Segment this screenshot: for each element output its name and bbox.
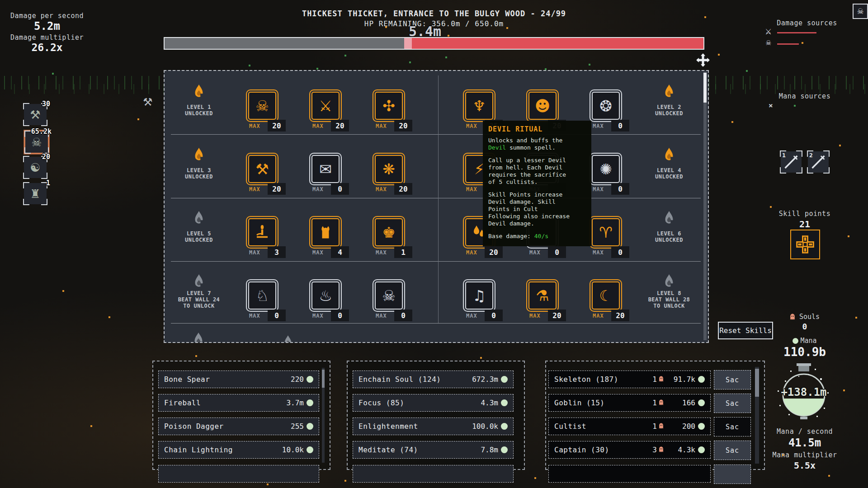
reset-skills-button[interactable]: Reset Skills bbox=[718, 322, 773, 339]
skill-max-label: MAX bbox=[376, 313, 387, 319]
level-flame-icon bbox=[663, 84, 675, 101]
skill-cultist-hood[interactable]: ☻ bbox=[528, 92, 557, 120]
skill-max-label: MAX bbox=[593, 249, 604, 256]
sidebar-slot-golem-ability[interactable]: ♜ 1 bbox=[24, 183, 47, 204]
tooltip-description: Call up a lesser Devil from hell. Each D… bbox=[488, 157, 586, 186]
bestiary-skull-button[interactable]: ☠ bbox=[853, 4, 868, 19]
level-label: LEVEL 6UNLOCKED bbox=[635, 230, 703, 243]
buff-cost: 672.3m bbox=[472, 375, 498, 384]
buff-row[interactable]: Enlightenment 100.0k bbox=[353, 418, 514, 435]
skill-max-label: MAX bbox=[312, 186, 324, 192]
skill-points-invested: 0 bbox=[485, 310, 503, 321]
axe-sprite: ⚒ bbox=[143, 96, 153, 108]
skill-contract-scroll[interactable]: ✉ bbox=[311, 155, 340, 183]
soul-ghost-icon bbox=[659, 399, 664, 407]
summon-scrollbar-thumb[interactable] bbox=[755, 369, 759, 397]
skill-potion[interactable]: ⚗ bbox=[528, 282, 557, 310]
slot-number: 2 bbox=[809, 152, 813, 159]
soul-ghost-icon bbox=[659, 422, 664, 431]
melee-source-icon: ⚔ bbox=[765, 27, 772, 36]
sidebar-slot-fist-ability[interactable]: ⚒ 30 bbox=[24, 104, 47, 125]
summon-name: Captain (30) bbox=[554, 446, 652, 454]
sidebar-slot-poison-ability[interactable]: ☠ 65.2k bbox=[24, 130, 49, 154]
skill-battle-hymn[interactable]: ♫ bbox=[465, 282, 493, 310]
toxic-skull-icon: ☠ bbox=[382, 288, 396, 303]
level-label: LEVEL 1UNLOCKED bbox=[165, 104, 233, 117]
skill-arrows[interactable]: ⚔ bbox=[311, 92, 340, 120]
contract-scroll-icon: ✉ bbox=[319, 162, 332, 177]
summon-row[interactable]: Goblin (15) 1 166 bbox=[548, 394, 711, 412]
summon-scrollbar[interactable] bbox=[755, 367, 759, 464]
spell-row[interactable]: Poison Dagger 255 bbox=[158, 418, 319, 435]
summon-mana-cost: 4.3k bbox=[664, 446, 695, 454]
level-label: LEVEL 7BEAT WALL 24TO UNLOCK bbox=[165, 290, 233, 309]
spell-row[interactable]: Fireball 3.7m bbox=[158, 394, 319, 412]
skill-ram-skull[interactable]: ♈ bbox=[592, 218, 620, 246]
skill-skull-king[interactable]: ♚ bbox=[375, 218, 403, 246]
location-title: THICKEST THICKET, ENTRANCE TO THE BULGY … bbox=[208, 9, 660, 18]
bonfire-icon: ♨ bbox=[319, 288, 332, 303]
skill-max-label: MAX bbox=[466, 123, 477, 129]
skill-demon[interactable] bbox=[311, 218, 340, 246]
mana-cost-icon bbox=[501, 446, 508, 453]
buff-name: Enlightenment bbox=[359, 422, 472, 431]
buff-row[interactable]: Meditate (74) 7.8m bbox=[353, 441, 514, 459]
skill-bonfire[interactable]: ♨ bbox=[311, 282, 340, 310]
skill-starburst[interactable]: ✺ bbox=[592, 155, 620, 183]
skill-points-invested: 20 bbox=[548, 310, 566, 321]
hp-bar-remaining bbox=[412, 38, 703, 49]
level-label: LEVEL 2UNLOCKED bbox=[635, 104, 703, 117]
spell-scrollbar[interactable] bbox=[322, 368, 325, 463]
collapse-x-icon[interactable]: × bbox=[769, 101, 773, 110]
skull-king-icon: ♚ bbox=[382, 225, 396, 240]
next-row-flame bbox=[193, 332, 204, 343]
spell-row[interactable]: Chain Lightning 10.0k bbox=[158, 441, 319, 459]
spell-row[interactable]: Bone Spear 220 bbox=[158, 371, 319, 388]
loadout-slot-2[interactable]: 2 bbox=[808, 151, 829, 173]
skill-fist[interactable]: ⚒ bbox=[248, 155, 276, 183]
summon-row[interactable]: Cultist 1 200 bbox=[548, 418, 711, 435]
buff-row[interactable]: Focus (85) 4.3m bbox=[353, 394, 514, 412]
skill-devil-ritual[interactable]: ♆ bbox=[465, 92, 493, 120]
poison-source-bar bbox=[777, 43, 799, 45]
buff-cost: 4.3m bbox=[481, 399, 498, 407]
dps-label: Damage per second bbox=[6, 12, 88, 20]
skill-camel[interactable]: ♘ bbox=[248, 282, 276, 310]
sacrifice-button[interactable]: Sac bbox=[714, 417, 751, 436]
skill-shard-burst[interactable]: ❋ bbox=[375, 155, 403, 183]
hp-bar-recent-damage bbox=[404, 38, 412, 49]
sacrifice-button[interactable]: Sac bbox=[714, 370, 751, 389]
sacrifice-button[interactable]: Sac bbox=[714, 394, 751, 413]
buff-row[interactable]: Enchain Soul (124) 672.3m bbox=[353, 371, 514, 388]
panel-move-icon[interactable] bbox=[696, 53, 710, 69]
loadout-slot-1[interactable]: 1 bbox=[781, 151, 802, 173]
skill-candle-ritual[interactable] bbox=[248, 218, 276, 246]
soul-ghost-icon bbox=[659, 446, 664, 454]
poison-ability-icon: ☠ bbox=[31, 136, 42, 149]
skill-moon[interactable]: ☾ bbox=[592, 282, 620, 310]
game-screen: ⚒ Damage per second 5.2m Damage multipli… bbox=[0, 0, 868, 488]
skill-sun-gear[interactable]: ❂ bbox=[592, 92, 620, 120]
skill-toxic-skull[interactable]: ☠ bbox=[375, 282, 403, 310]
level-flame-icon bbox=[663, 274, 675, 291]
sacrifice-button[interactable]: Sac bbox=[714, 441, 751, 460]
fist-ability-icon: ⚒ bbox=[30, 108, 40, 122]
ability-count-badge: 30 bbox=[42, 100, 50, 108]
sidebar-slot-mind-ability[interactable]: ☯ 20 bbox=[24, 157, 47, 178]
skill-converge[interactable]: ✣ bbox=[375, 92, 403, 120]
spell-scrollbar-thumb[interactable] bbox=[322, 370, 325, 388]
skill-skull[interactable]: ☠ bbox=[248, 92, 276, 120]
summon-row[interactable]: Captain (30) 3 4.3k bbox=[548, 441, 711, 459]
summon-row[interactable]: Skeleton (187) 1 91.7k bbox=[548, 371, 711, 388]
damage-multiplier-value: 26.2x bbox=[6, 42, 88, 53]
level-flame-icon bbox=[193, 274, 205, 291]
skill-points-invested: 0 bbox=[548, 246, 566, 258]
skill-points-invested: 1 bbox=[394, 246, 412, 258]
level-label: LEVEL 5UNLOCKED bbox=[165, 230, 233, 243]
mana-cost-icon bbox=[501, 376, 508, 383]
skill-points-invested: 20 bbox=[268, 120, 286, 131]
skill-tree-scrollbar-thumb[interactable] bbox=[703, 73, 707, 103]
skill-tree-scrollbar[interactable] bbox=[703, 72, 707, 340]
golem-ability-icon: ♜ bbox=[30, 187, 40, 201]
spell-row-partial bbox=[158, 465, 319, 483]
